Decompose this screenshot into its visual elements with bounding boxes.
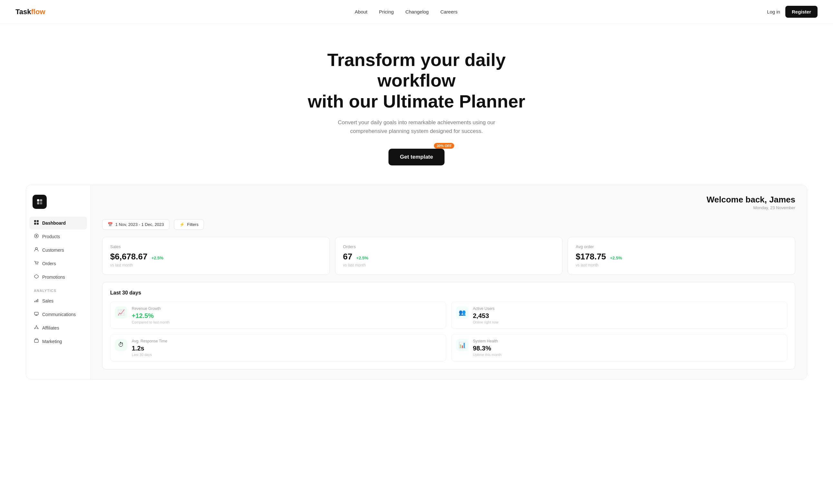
main-content: Welcome back, James Monday, 23 November … bbox=[91, 185, 807, 379]
metric-card-revenue-growth: 📈 Revenue Growth +12.5% Compared to last… bbox=[110, 302, 446, 329]
svg-rect-3 bbox=[40, 202, 42, 204]
marketing-icon bbox=[34, 338, 39, 345]
stat-change-sales: +2.5% bbox=[151, 255, 163, 260]
active-users-icon-wrap: 👥 bbox=[456, 306, 468, 319]
logo-accent: flow bbox=[31, 8, 45, 16]
active-users-title: Active Users bbox=[473, 306, 499, 311]
sidebar-item-customers[interactable]: Customers bbox=[29, 244, 87, 256]
communications-icon bbox=[34, 311, 39, 318]
revenue-growth-icon-wrap: 📈 bbox=[115, 306, 127, 319]
affiliates-icon bbox=[34, 325, 39, 331]
sidebar-label-affiliates: Affiliates bbox=[42, 325, 59, 330]
nav-pricing[interactable]: Pricing bbox=[379, 9, 394, 15]
svg-rect-13 bbox=[34, 301, 35, 302]
filters-button[interactable]: ⚡ Filters bbox=[174, 219, 204, 230]
avg-response-icon: ⏱ bbox=[118, 342, 124, 348]
register-button[interactable]: Register bbox=[785, 6, 817, 18]
sidebar-label-dashboard: Dashboard bbox=[42, 221, 66, 226]
calendar-icon: 📅 bbox=[108, 222, 113, 227]
navbar: Taskflow About Pricing Changelog Careers… bbox=[0, 0, 833, 24]
stat-change-orders: +2.5% bbox=[356, 255, 368, 260]
promotions-icon bbox=[34, 274, 39, 280]
revenue-growth-icon: 📈 bbox=[118, 309, 125, 316]
sidebar: Dashboard Products Customers Orders bbox=[26, 185, 91, 379]
hero-headline: Transform your daily workflow with our U… bbox=[304, 50, 529, 112]
sales-icon bbox=[34, 298, 39, 304]
sidebar-label-promotions: Promotions bbox=[42, 275, 65, 280]
avg-response-title: Avg. Response Time bbox=[132, 339, 167, 344]
get-template-button[interactable]: Get template bbox=[388, 149, 445, 166]
sidebar-item-communications[interactable]: Communications bbox=[29, 308, 87, 321]
metric-card-active-users: 👥 Active Users 2,453 Online right now bbox=[451, 302, 787, 329]
login-button[interactable]: Log in bbox=[767, 9, 780, 15]
svg-point-17 bbox=[36, 325, 37, 326]
svg-rect-2 bbox=[37, 202, 39, 204]
products-icon bbox=[34, 233, 39, 240]
stat-value-sales: $6,678.67 bbox=[110, 252, 147, 261]
hero-cta-wrapper: 30% OFF Get template bbox=[388, 149, 445, 166]
avg-response-value: 1.2s bbox=[132, 345, 167, 352]
stat-change-avg-order: +2.5% bbox=[610, 255, 622, 260]
revenue-growth-sub: Compared to last month bbox=[132, 320, 169, 324]
stat-card-sales: Sales $6,678.67 +2.5% vs last month bbox=[102, 237, 330, 275]
filter-icon: ⚡ bbox=[180, 222, 185, 227]
system-health-icon: 📊 bbox=[459, 342, 466, 349]
logo[interactable]: Taskflow bbox=[16, 8, 45, 16]
nav-changelog[interactable]: Changelog bbox=[405, 9, 429, 15]
svg-rect-20 bbox=[34, 339, 38, 343]
active-users-icon: 👥 bbox=[459, 309, 466, 316]
stat-card-avg-order: Avg order $178.75 +2.5% vs last month bbox=[568, 237, 795, 275]
stat-vs-sales: vs last month bbox=[110, 263, 322, 268]
sidebar-item-orders[interactable]: Orders bbox=[29, 257, 87, 270]
nav-links: About Pricing Changelog Careers bbox=[355, 9, 457, 15]
avg-response-sub: Last 30 days bbox=[132, 353, 167, 357]
sidebar-nav: Dashboard Products Customers Orders bbox=[26, 217, 90, 348]
metric-card-avg-response: ⏱ Avg. Response Time 1.2s Last 30 days bbox=[110, 334, 446, 361]
sidebar-item-affiliates[interactable]: Affiliates bbox=[29, 322, 87, 334]
thirty-days-section: Last 30 days 📈 Revenue Growth +12.5% Com… bbox=[102, 282, 795, 370]
discount-badge: 30% OFF bbox=[434, 143, 454, 149]
system-health-title: System Health bbox=[473, 339, 502, 344]
svg-rect-0 bbox=[37, 199, 39, 201]
system-health-value: 98.3% bbox=[473, 345, 502, 352]
sidebar-item-dashboard[interactable]: Dashboard bbox=[29, 217, 87, 229]
stat-vs-orders: vs last month bbox=[343, 263, 555, 268]
sidebar-item-promotions[interactable]: Promotions bbox=[29, 271, 87, 283]
filter-bar: 📅 1 Nov, 2023 - 1 Dec, 2023 ⚡ Filters bbox=[102, 219, 795, 230]
sidebar-label-communications: Communications bbox=[42, 312, 76, 317]
sidebar-logo-icon bbox=[32, 195, 47, 209]
stat-value-orders: 67 bbox=[343, 252, 352, 261]
welcome-title: Welcome back, James bbox=[102, 195, 795, 205]
stat-label-avg-order: Avg order bbox=[576, 244, 787, 249]
sidebar-label-sales: Sales bbox=[42, 298, 53, 303]
sidebar-item-sales[interactable]: Sales bbox=[29, 295, 87, 307]
revenue-growth-value: +12.5% bbox=[132, 312, 169, 320]
system-health-icon-wrap: 📊 bbox=[456, 339, 468, 351]
orders-icon bbox=[34, 260, 39, 267]
sidebar-label-orders: Orders bbox=[42, 261, 56, 266]
svg-rect-14 bbox=[36, 300, 37, 302]
sidebar-logo bbox=[26, 192, 90, 217]
svg-rect-4 bbox=[34, 220, 36, 222]
sidebar-item-marketing[interactable]: Marketing bbox=[29, 335, 87, 348]
stat-vs-avg-order: vs last month bbox=[576, 263, 787, 268]
analytics-section-label: Analytics bbox=[29, 284, 87, 295]
welcome-header: Welcome back, James Monday, 23 November bbox=[102, 195, 795, 210]
logo-text: Task bbox=[16, 8, 31, 16]
metrics-grid: 📈 Revenue Growth +12.5% Compared to last… bbox=[110, 302, 787, 361]
sidebar-item-products[interactable]: Products bbox=[29, 230, 87, 243]
metric-card-system-health: 📊 System Health 98.3% Uptime this month bbox=[451, 334, 787, 361]
svg-rect-15 bbox=[38, 299, 38, 302]
avg-response-icon-wrap: ⏱ bbox=[115, 339, 127, 351]
stat-card-orders: Orders 67 +2.5% vs last month bbox=[335, 237, 563, 275]
sidebar-label-products: Products bbox=[42, 234, 60, 239]
nav-about[interactable]: About bbox=[355, 9, 367, 15]
active-users-value: 2,453 bbox=[473, 312, 499, 320]
welcome-date: Monday, 23 November bbox=[102, 205, 795, 210]
stat-value-avg-order: $178.75 bbox=[576, 252, 606, 261]
date-range-picker[interactable]: 📅 1 Nov, 2023 - 1 Dec, 2023 bbox=[102, 219, 169, 230]
date-range-label: 1 Nov, 2023 - 1 Dec, 2023 bbox=[115, 222, 164, 227]
svg-rect-1 bbox=[40, 199, 42, 201]
svg-point-9 bbox=[36, 235, 38, 236]
nav-careers[interactable]: Careers bbox=[441, 9, 457, 15]
